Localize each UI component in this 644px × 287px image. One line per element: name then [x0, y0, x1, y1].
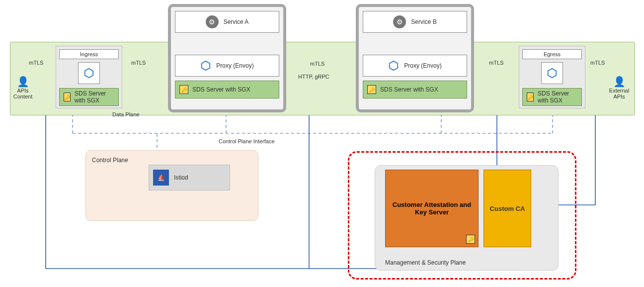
envoy-icon: [388, 60, 399, 71]
actor-left-label: APIs Content: [8, 88, 38, 99]
proxy-b-label: Proxy (Envoy): [404, 62, 441, 69]
mtls-label: mTLS: [29, 60, 43, 66]
service-b-title: Service B: [411, 18, 436, 25]
proxy-b: Proxy (Envoy): [363, 55, 467, 77]
ingress-proxy-icon: [78, 62, 100, 84]
mtls-label: mTLS: [131, 60, 146, 66]
user-icon: 👤: [604, 76, 634, 88]
gear-icon: ⚙: [206, 15, 219, 28]
custom-ca: Custom CA: [483, 170, 531, 247]
control-plane-label: Control Plane: [92, 157, 128, 164]
mtls-label: mTLS: [489, 60, 503, 66]
svg-marker-15: [390, 61, 398, 70]
sds-label: SDS Server with SGX: [538, 90, 577, 104]
mtls-label: mTLS: [310, 61, 324, 67]
sds-b: 🔑 SDS Server with SGX: [363, 81, 467, 98]
istio-icon: ⛵: [153, 170, 169, 186]
sds-label: SDS Server with SGX: [75, 90, 114, 104]
attestation-key-server: Customer Attestation and Key Server 🔑: [385, 170, 479, 247]
svg-marker-14: [202, 61, 210, 70]
egress-gateway: Egress 🔑 SDS Server with SGX: [519, 46, 585, 108]
control-plane-interface-label: Control Plane Interface: [219, 138, 275, 144]
svg-marker-13: [85, 69, 93, 78]
service-a-pod: ⚙ Service A Proxy (Envoy) 🔑 SDS Server w…: [168, 4, 286, 112]
sds-b-label: SDS Server with SGX: [380, 86, 438, 93]
proxy-a: Proxy (Envoy): [175, 55, 279, 77]
sds-a-label: SDS Server with SGX: [192, 86, 250, 93]
istiod-label: Istiod: [174, 174, 188, 181]
service-a-title: Service A: [224, 18, 249, 25]
user-icon: 👤: [8, 76, 38, 88]
http-grpc-label: HTTP, gRPC: [298, 74, 329, 80]
ingress-sds: 🔑 SDS Server with SGX: [59, 88, 119, 106]
egress-proxy-icon: [541, 62, 563, 84]
apis-content-actor: 👤 APIs Content: [8, 76, 38, 99]
key-icon: 🔑: [527, 93, 534, 101]
mgmt-plane-label: Management & Security Plane: [385, 259, 466, 266]
management-security-plane: Customer Attestation and Key Server 🔑 Cu…: [375, 165, 559, 271]
ingress-label: Ingress: [59, 49, 119, 59]
service-b: ⚙ Service B: [363, 11, 467, 33]
ingress-gateway: Ingress 🔑 SDS Server with SGX: [56, 46, 122, 108]
egress-label: Egress: [522, 49, 582, 59]
key-icon: 🔑: [367, 85, 376, 94]
key-icon: 🔑: [64, 93, 71, 101]
service-a: ⚙ Service A: [175, 11, 279, 33]
envoy-icon: [200, 60, 211, 71]
istiod: ⛵ Istiod: [149, 165, 230, 191]
proxy-a-label: Proxy (Envoy): [216, 62, 253, 69]
external-apis-actor: 👤 External APIs: [604, 76, 634, 99]
gear-icon: ⚙: [393, 15, 406, 28]
sds-a: 🔑 SDS Server with SGX: [175, 81, 279, 98]
data-plane-label: Data Plane: [112, 111, 139, 117]
service-b-pod: ⚙ Service B Proxy (Envoy) 🔑 SDS Server w…: [356, 4, 474, 112]
actor-right-label: External APIs: [604, 88, 634, 99]
control-plane: Control Plane ⛵ Istiod: [85, 150, 258, 221]
key-icon: 🔑: [179, 85, 188, 94]
mtls-label: mTLS: [590, 60, 605, 66]
attest-label: Customer Attestation and Key Server: [390, 201, 474, 216]
svg-marker-16: [548, 69, 557, 78]
egress-sds: 🔑 SDS Server with SGX: [522, 88, 582, 106]
key-icon: 🔑: [466, 235, 475, 244]
